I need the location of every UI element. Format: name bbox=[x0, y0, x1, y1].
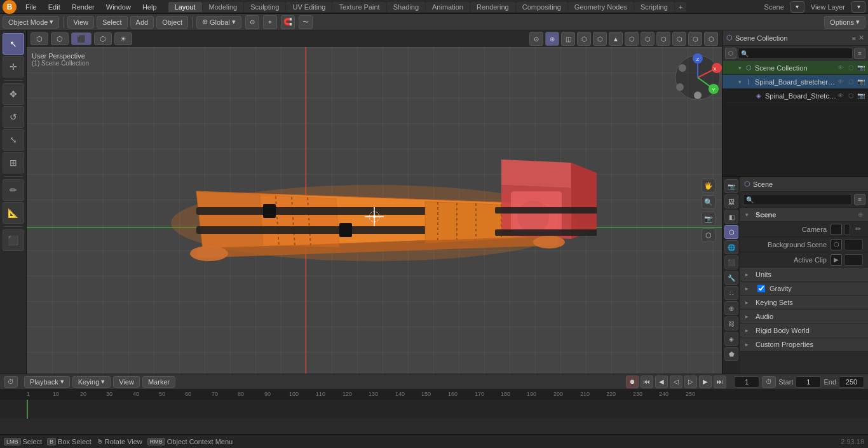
viewport-display-btn[interactable]: ⬡ bbox=[625, 32, 639, 46]
view-layer-selector[interactable]: ▾ bbox=[851, 1, 865, 13]
object-props-btn[interactable]: ⬛ bbox=[724, 255, 738, 269]
keying-sets-section[interactable]: ▸ Keying Sets bbox=[740, 295, 868, 309]
audio-section[interactable]: ▸ Audio bbox=[740, 309, 868, 323]
viewport-mode-btn[interactable]: ⬡ bbox=[31, 32, 48, 45]
viewport-xray-btn[interactable]: ◫ bbox=[561, 32, 575, 46]
output-props-btn[interactable]: 🖼 bbox=[724, 194, 738, 208]
options-btn-2[interactable]: ⬡ bbox=[577, 32, 591, 46]
viewport-show-region[interactable]: ⬡ bbox=[672, 32, 686, 46]
step-fwd-btn[interactable]: ▶ bbox=[699, 376, 712, 388]
clip-input[interactable] bbox=[844, 254, 863, 266]
camera-eyedropper[interactable]: ✏ bbox=[852, 224, 864, 235]
outliner-row-stretcher[interactable]: ▾ ⟩ Spinal_Board_stretcher_003 👁 ⬡ 📷 bbox=[722, 75, 868, 89]
menu-edit[interactable]: Edit bbox=[43, 2, 65, 12]
rigid-body-section[interactable]: ▸ Rigid Body World bbox=[740, 323, 868, 337]
outliner-mode-btn[interactable]: ⬡ bbox=[725, 48, 736, 59]
tab-texture-paint[interactable]: Texture Paint bbox=[332, 2, 386, 12]
tool-select[interactable]: ↖ bbox=[3, 33, 24, 55]
select-menu[interactable]: Select bbox=[97, 16, 128, 29]
tab-rendering[interactable]: Rendering bbox=[470, 2, 515, 12]
bg-scene-icon[interactable]: ⬡ bbox=[831, 239, 842, 250]
scene-section-header[interactable]: ▾ Scene ⊕ bbox=[740, 208, 868, 222]
viewport-editor-type[interactable]: ⬡ bbox=[641, 32, 654, 46]
tab-geometry-nodes[interactable]: Geometry Nodes bbox=[568, 2, 634, 12]
tool-rotate[interactable]: ↺ bbox=[3, 106, 24, 128]
box-select-status[interactable]: B Box Select bbox=[47, 438, 92, 445]
playback-btn[interactable]: Playback ▾ bbox=[24, 376, 70, 388]
scene-selector[interactable]: ▾ bbox=[790, 1, 804, 13]
camera-view-btn[interactable]: 📷 bbox=[702, 212, 715, 226]
data-props-btn[interactable]: ◈ bbox=[724, 332, 738, 346]
props-search-input[interactable] bbox=[743, 194, 852, 205]
tool-annotate[interactable]: ✏ bbox=[3, 179, 24, 201]
tab-uv-editing[interactable]: UV Editing bbox=[286, 2, 332, 12]
expand-arrow-1[interactable]: ▾ bbox=[735, 78, 744, 86]
viewport-icon-2[interactable]: ⬡ bbox=[846, 92, 855, 100]
tab-compositing[interactable]: Compositing bbox=[516, 2, 567, 12]
outliner-filter-icon[interactable]: ≡ bbox=[852, 34, 856, 42]
snap-magnet-btn[interactable]: 🧲 bbox=[281, 15, 295, 29]
viewport-options-btn-2[interactable]: ▲ bbox=[609, 32, 623, 46]
context-menu-status[interactable]: RMB Object Context Menu bbox=[147, 438, 233, 445]
viewport-options-btn[interactable]: ⬡ bbox=[593, 32, 607, 46]
zoom-tool-btn[interactable]: 🔍 bbox=[702, 195, 715, 209]
rotate-status[interactable]: 🖱 Rotate View bbox=[97, 438, 142, 445]
viewport-icon-1[interactable]: ⬡ bbox=[846, 78, 855, 86]
viewport-shading-solid[interactable]: ⬛ bbox=[71, 32, 92, 45]
play-reverse-btn[interactable]: ◁ bbox=[670, 376, 682, 388]
view-layer-props-btn[interactable]: ◧ bbox=[724, 210, 738, 224]
transform-selector[interactable]: ⊕ Global ▾ bbox=[196, 16, 241, 29]
tool-cursor[interactable]: ✛ bbox=[3, 56, 24, 78]
constraints-props-btn[interactable]: ⛓ bbox=[724, 316, 738, 330]
step-back-btn[interactable]: ◀ bbox=[655, 376, 668, 388]
add-workspace-tab-button[interactable]: + bbox=[675, 2, 686, 12]
tool-measure[interactable]: 📐 bbox=[3, 202, 24, 224]
select-status[interactable]: LMB Select bbox=[4, 438, 42, 445]
props-filter-btn[interactable]: ≡ bbox=[854, 194, 865, 205]
tab-animation[interactable]: Animation bbox=[426, 2, 470, 12]
add-menu[interactable]: Add bbox=[130, 16, 154, 29]
outliner-close-icon[interactable]: ✕ bbox=[858, 34, 864, 42]
viewport-shading-wire[interactable]: ⬡ bbox=[51, 32, 69, 45]
viewport-canvas[interactable]: User Perspective (1) Scene Collection bbox=[27, 47, 722, 374]
menu-window[interactable]: Window bbox=[101, 2, 136, 12]
object-menu[interactable]: Object bbox=[156, 16, 188, 29]
proportional-btn-2[interactable]: 〜 bbox=[299, 15, 313, 29]
camera-input[interactable] bbox=[844, 224, 850, 235]
visibility-icon-2[interactable]: 👁 bbox=[836, 92, 845, 100]
start-frame-input[interactable] bbox=[796, 376, 821, 388]
world-props-btn[interactable]: 🌐 bbox=[724, 240, 738, 254]
expand-arrow-0[interactable]: ▾ bbox=[735, 64, 744, 72]
viewport-show-region-2[interactable]: ⬡ bbox=[688, 32, 702, 46]
tab-layout[interactable]: Layout bbox=[168, 2, 202, 12]
menu-file[interactable]: File bbox=[20, 2, 42, 12]
timeline-type-btn[interactable]: ⏱ bbox=[4, 376, 18, 388]
skip-start-btn[interactable]: ⏮ bbox=[641, 376, 653, 388]
custom-props-section[interactable]: ▸ Custom Properties bbox=[740, 337, 868, 351]
viewport-editor-type-2[interactable]: ⬡ bbox=[656, 32, 670, 46]
object-mode-selector[interactable]: Object Mode ▾ bbox=[3, 16, 59, 29]
viewport-3d[interactable]: ⬡ ⬡ ⬛ ⬡ ☀ ⊙ ⊕ ◫ ⬡ ⬡ ▲ ⬡ ⬡ ⬡ ⬡ ⬡ ⬡ bbox=[27, 31, 722, 374]
fps-btn[interactable]: ⏱ bbox=[762, 376, 776, 388]
camera-swatch[interactable] bbox=[831, 224, 842, 235]
end-frame-input[interactable] bbox=[839, 376, 864, 388]
view-menu[interactable]: View bbox=[67, 16, 94, 29]
timeline-view-btn[interactable]: View bbox=[113, 376, 140, 388]
viewport-shading-material[interactable]: ⬡ bbox=[94, 32, 112, 45]
units-section[interactable]: ▸ Units bbox=[740, 268, 868, 282]
keying-btn[interactable]: Keying ▾ bbox=[72, 376, 111, 388]
tool-transform[interactable]: ⊞ bbox=[3, 152, 24, 173]
tool-add[interactable]: ⬛ bbox=[3, 229, 24, 251]
viewport-icon[interactable]: ⬡ bbox=[846, 64, 855, 72]
modifier-props-btn[interactable]: 🔧 bbox=[724, 271, 738, 285]
outliner-row-stretcher-mesh[interactable]: ◈ Spinal_Board_Stretcher_0 👁 ⬡ 📷 bbox=[722, 89, 868, 103]
bg-scene-input[interactable] bbox=[844, 239, 863, 250]
gravity-checkbox[interactable] bbox=[757, 285, 765, 292]
tool-scale[interactable]: ⤡ bbox=[3, 129, 24, 151]
render-icon[interactable]: 📷 bbox=[857, 64, 865, 72]
menu-render[interactable]: Render bbox=[67, 2, 100, 12]
menu-help[interactable]: Help bbox=[137, 2, 162, 12]
outliner-row-scene-collection[interactable]: ▾ ⬡ Scene Collection 👁 ⬡ 📷 bbox=[722, 61, 868, 75]
viewport-overlays-btn[interactable]: ⊕ bbox=[545, 32, 559, 46]
material-props-btn[interactable]: ⬟ bbox=[724, 347, 738, 361]
